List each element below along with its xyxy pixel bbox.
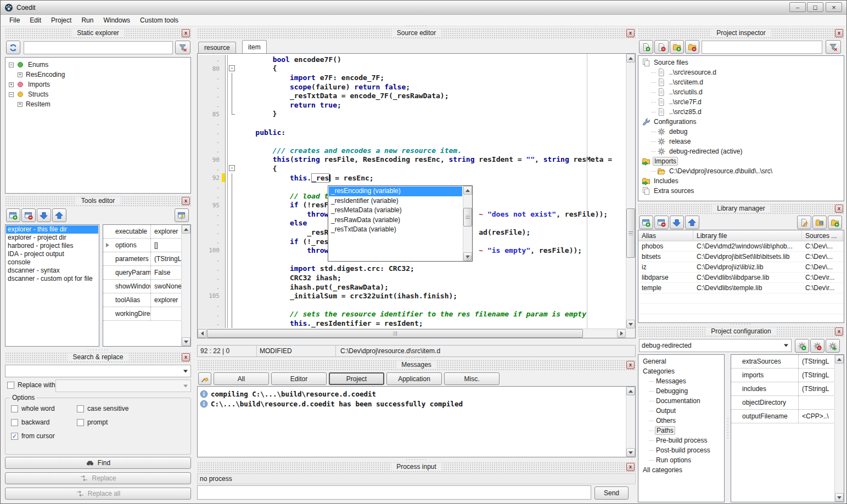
tree-item[interactable]: −Structs [5, 89, 190, 99]
code-line[interactable]: .− { [198, 164, 626, 173]
remove-library-button[interactable] [654, 216, 669, 229]
menu-file[interactable]: File [4, 15, 25, 26]
move-library-up-button[interactable] [685, 216, 699, 229]
code-line[interactable]: . [198, 118, 626, 128]
tool-list-item[interactable]: IDA - project output [6, 250, 98, 258]
column-header[interactable]: Alias [638, 230, 693, 241]
checkbox-whole-word[interactable] [11, 405, 18, 412]
code-line[interactable]: . CRC32 ihash; [198, 273, 626, 282]
code-line[interactable]: . public: [198, 128, 626, 137]
property-row[interactable]: extraSources(TStringL [731, 355, 844, 369]
tree-item[interactable]: Extra sources [638, 186, 844, 196]
library-from-project-button[interactable] [812, 216, 827, 229]
send-button[interactable]: Send [594, 486, 629, 500]
configuration-select[interactable]: debug-redirected [639, 339, 792, 352]
find-button[interactable]: Find [5, 457, 191, 469]
library-table[interactable]: AliasLibrary fileSources ...phobosC:\Dev… [638, 230, 844, 323]
message-row[interactable]: compiling C:\...\build\resource.d.coedit [198, 389, 635, 399]
property-row[interactable]: includes(TStringL [731, 382, 844, 396]
splitter-grip[interactable] [730, 200, 753, 202]
tree-item[interactable]: General [638, 356, 724, 366]
add-configuration-button[interactable] [795, 339, 809, 353]
tree-item[interactable]: ..\src\utils.d [638, 87, 844, 97]
tree-item[interactable]: ..\src\item.d [638, 77, 844, 87]
close-panel-button[interactable]: x [835, 327, 843, 336]
expand-toggle-icon[interactable]: − [9, 63, 14, 67]
completion-item[interactable]: _resTxtData (variable) [329, 225, 462, 235]
move-tool-down-button[interactable] [37, 208, 51, 222]
tree-item[interactable]: Debugging [638, 386, 724, 396]
tree-item[interactable]: debug-redirected (active) [638, 146, 844, 156]
replace-all-button[interactable]: Replace all [5, 488, 191, 500]
fold-collapse-icon[interactable]: − [229, 165, 235, 171]
table-row[interactable]: templeC:\Dev\dlibs\temple.libC:\Dev\r... [638, 283, 844, 293]
splitter-grip[interactable] [405, 356, 428, 359]
replace-with-combo[interactable] [55, 380, 191, 392]
move-library-down-button[interactable] [670, 216, 684, 229]
tool-properties-grid[interactable]: executableexploreroptions[]parameters(TS… [103, 224, 191, 347]
replace-button[interactable]: Replace [5, 472, 191, 484]
code-line[interactable]: . bool encodee7F() [198, 55, 626, 64]
close-panel-button[interactable]: x [182, 197, 190, 205]
table-row[interactable]: phobosC:\Dev\dmd2\windows\lib\phob...C:\… [638, 241, 844, 252]
project-filter-input[interactable] [702, 41, 822, 54]
splitter-grip[interactable] [87, 349, 110, 351]
tree-item[interactable]: Source files [638, 58, 844, 67]
menu-run[interactable]: Run [76, 15, 98, 26]
resize-grip[interactable] [466, 255, 472, 261]
menu-custom-tools[interactable]: Custom tools [135, 15, 183, 26]
close-panel-button[interactable]: x [626, 463, 635, 471]
maximize-button[interactable]: ◻ [807, 2, 823, 12]
tree-item[interactable]: Paths [638, 426, 724, 435]
project-tree[interactable]: Source files..\src\resource.d..\src\item… [638, 55, 844, 201]
messages-tab-all[interactable]: All [214, 372, 269, 385]
code-line[interactable]: . [198, 301, 626, 310]
completion-scrollbar[interactable] [463, 186, 472, 261]
scroll-left-button[interactable] [198, 329, 206, 338]
scroll-up-button[interactable] [463, 186, 472, 195]
edit-library-button[interactable] [797, 216, 811, 229]
code-line[interactable]: . ihash.put(_resRawData); [198, 282, 626, 292]
process-input-field[interactable] [197, 485, 591, 500]
tree-item[interactable]: +ResEncoding [5, 70, 190, 80]
editor-horizontal-scrollbar[interactable] [198, 329, 626, 338]
splitter-grip[interactable] [405, 458, 428, 461]
tree-item[interactable]: Pre-build process [638, 435, 724, 445]
scroll-down-button[interactable] [835, 493, 844, 502]
menu-edit[interactable]: Edit [25, 15, 46, 26]
tree-item[interactable]: Output [638, 406, 724, 416]
tree-item[interactable]: Imports [638, 156, 844, 166]
code-line[interactable]: . return true; [198, 100, 626, 110]
remove-tool-button[interactable] [21, 208, 36, 222]
tree-item[interactable]: Categories [638, 366, 724, 376]
tree-item[interactable]: +Imports [5, 80, 190, 89]
scroll-up-button[interactable] [182, 225, 190, 234]
property-row[interactable]: showWindowsswoNone [103, 280, 190, 293]
editor-tab-resource[interactable]: resource [198, 42, 236, 53]
tree-item[interactable]: −Enums [5, 60, 190, 70]
menu-windows[interactable]: Windows [98, 15, 135, 26]
tree-item[interactable]: debug [638, 127, 844, 137]
clone-configuration-button[interactable] [826, 339, 840, 353]
table-row[interactable]: bitsetsC:\Dev\dproj\bitSet\lib\bitsets.l… [638, 252, 844, 262]
clear-filter-button[interactable] [826, 40, 841, 54]
code-line[interactable]: . scope(failure) return false; [198, 82, 626, 92]
add-tool-button[interactable] [6, 208, 20, 222]
splitter-grip[interactable] [727, 417, 729, 439]
message-row[interactable]: C:\...\build\resource.d.coedit has been … [198, 399, 635, 409]
expand-toggle-icon[interactable]: − [9, 92, 14, 97]
code-line[interactable]: 105 _initialSum = crc322uint(ihash.finis… [198, 291, 626, 301]
checkbox-prompt[interactable] [77, 419, 84, 426]
scroll-thumb[interactable] [207, 329, 583, 338]
messages-tab-editor[interactable]: Editor [271, 372, 327, 385]
close-panel-button[interactable]: x [182, 353, 190, 361]
tree-item[interactable]: +ResItem [5, 99, 190, 109]
grid-scrollbar[interactable] [834, 355, 844, 502]
tools-list[interactable]: explorer - this file direxplorer - proje… [5, 224, 99, 347]
configuration-properties-grid[interactable]: extraSources(TStringLimports(TStringLinc… [731, 354, 844, 502]
property-row[interactable]: imports(TStringL [731, 369, 844, 382]
close-button[interactable]: × [826, 2, 842, 12]
remove-source-button[interactable] [654, 40, 669, 54]
property-row[interactable]: parameters(TStringL [103, 252, 190, 266]
refresh-button[interactable] [6, 41, 20, 54]
